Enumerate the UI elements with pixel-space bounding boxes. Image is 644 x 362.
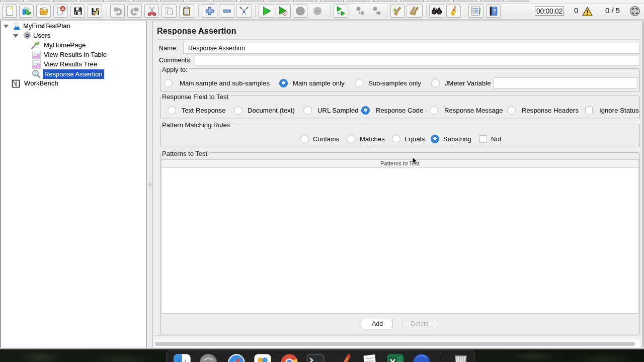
svg-text:?: ?	[492, 8, 496, 15]
